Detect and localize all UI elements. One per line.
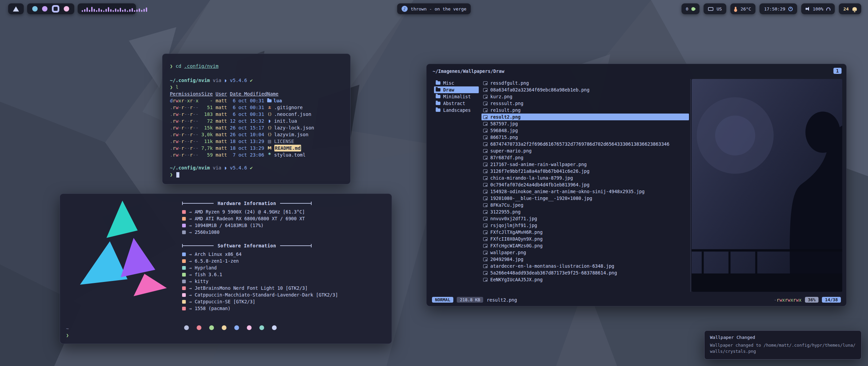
arrow-icon — [189, 251, 192, 257]
file-row[interactable]: 68747470733a2f2f696d616765732d7769786d70… — [481, 141, 689, 147]
file-row[interactable]: 87r687df.png — [481, 154, 689, 161]
terminal-input-line[interactable]: ❯ — [170, 171, 343, 178]
tab-badge[interactable]: 1 — [833, 68, 842, 74]
file-row[interactable]: chica-mirando-la-luna-8799.jpg — [481, 175, 689, 181]
check-icon: ✔ — [250, 78, 253, 83]
workspace-icon[interactable] — [52, 5, 59, 13]
software-info-icon — [182, 307, 186, 310]
scroll-percent-badge: 36% — [805, 297, 819, 303]
visualizer-bar — [84, 9, 85, 12]
launcher-button[interactable] — [8, 3, 24, 14]
file-row[interactable]: 154928-odinokoe_anime-art-anime-okno-sin… — [481, 188, 689, 195]
user-value: matt — [216, 118, 227, 124]
notification-popup[interactable]: Wallpaper Changed Wallpaper changed to /… — [704, 330, 862, 360]
file-entry-row: .rw-r--r-- 59 matt 7 oct 23:06 stylua.to… — [170, 151, 343, 158]
file-manager-window[interactable]: ~/Imagenes/Wallpapers/Draw 1 Misc Draw M… — [426, 64, 847, 306]
keyboard-layout-module[interactable]: US — [704, 3, 726, 14]
file-row[interactable]: 217167-sad-anime-rain-wallpaper.png — [481, 161, 689, 168]
file-row[interactable]: 596848.jpg — [481, 127, 689, 134]
file-row[interactable]: 20492984.jpg — [481, 256, 689, 263]
music-player-module[interactable]: thrown - on the verge — [397, 3, 471, 14]
file-row[interactable]: 0c794faf07de24a4db4d4fb1eb813964.jpg — [481, 181, 689, 188]
file-row[interactable]: 8FKa7Cu.jpeg — [481, 202, 689, 208]
directory-row[interactable]: Misc — [434, 80, 479, 86]
file-row[interactable]: ressdfgult.png — [481, 80, 689, 86]
workspace-icon[interactable] — [42, 6, 47, 12]
top-bar: thrown - on the verge 0 US 26°C 17:50:29… — [0, 3, 868, 16]
file-row[interactable]: nnvuv0xj2df71.jpg — [481, 215, 689, 222]
volume-module[interactable]: 100% — [801, 3, 835, 14]
file-row[interactable]: 19201080-__blue-tinge__-1920×1080.jpg — [481, 195, 689, 202]
file-row[interactable]: resssult.png — [481, 100, 689, 107]
workspace-icon[interactable] — [32, 6, 38, 12]
size-value: 11k — [201, 138, 213, 145]
file-row[interactable]: 3126f7e9bbf21a8a4af0b67b041c6e26.jpg — [481, 168, 689, 175]
size-value: 7,7k — [201, 145, 213, 151]
file-row[interactable]: FXfcJlTXgAMvH6R.png — [481, 229, 689, 236]
file-row[interactable]: super-mario.png — [481, 147, 689, 154]
file-entry-row: .rw-r--r-- 51 matt 6 oct 00:31 .gitignor… — [170, 104, 343, 111]
file-row[interactable]: 3122955.png — [481, 208, 689, 215]
file-row[interactable]: kurz.png — [481, 93, 689, 100]
image-file-icon — [483, 264, 488, 268]
fetch-shell-prompt[interactable]: ~ ❯ — [66, 325, 69, 339]
file-name: 68747470733a2f2f696d616765732d7769786d70… — [490, 141, 669, 147]
file-row[interactable]: re1sult.png — [481, 107, 689, 114]
image-file-icon — [483, 230, 488, 234]
file-row[interactable]: 08a634fa02a32364f69ebc86a98eb1eb.png — [481, 86, 689, 93]
directory-name: Misc — [443, 80, 454, 86]
directory-row[interactable]: Minimalist — [434, 93, 479, 100]
file-name: wallpaper.png — [490, 250, 526, 255]
name-cell: stylua.toml — [267, 151, 343, 158]
visualizer-bar — [115, 8, 116, 12]
file-row[interactable]: FXfcHgcWIAMzs0G.png — [481, 242, 689, 249]
temperature-module[interactable]: 26°C — [730, 3, 755, 14]
file-name: stylua.toml — [274, 151, 306, 158]
name-cell: .gitignore — [267, 104, 343, 111]
clock-module[interactable]: 17:50:29 — [760, 3, 797, 14]
visualizer-bar — [146, 7, 147, 12]
file-row[interactable]: result2.png — [481, 114, 689, 120]
folder-icon — [436, 102, 440, 105]
info-line: 1558 (pacman) — [182, 305, 382, 312]
file-entry-row: .rw-r--r-- 7,7k matt 18 oct 13:29 README… — [170, 145, 343, 151]
info-line: kitty — [182, 278, 382, 285]
thermometer-icon — [735, 7, 736, 11]
lua-moon-icon: ◗ — [224, 165, 227, 170]
palette-color-dot — [184, 325, 189, 330]
name-cell: lua — [267, 97, 343, 104]
file-row[interactable]: 587597.jpg — [481, 120, 689, 127]
file-row[interactable]: EeNKYgIUcAAJ5JX.png — [481, 276, 689, 283]
file-row[interactable]: FXfcII0X0AQyn9X.png — [481, 236, 689, 242]
file-row[interactable]: rsjqojlmjhf91.jpg — [481, 222, 689, 229]
software-info-icon — [182, 273, 186, 277]
file-name: 5a266e448add93deab367d87173e9f25-6837886… — [490, 270, 617, 276]
file-row[interactable]: wallpaper.png — [481, 249, 689, 256]
info-value: JetBrainsMono Nerd Font Light 10 [GTK2/3… — [195, 285, 308, 291]
arrow-icon — [189, 229, 192, 235]
workspace-icon[interactable] — [64, 6, 69, 12]
updates-module[interactable]: 0 — [682, 3, 700, 14]
file-entry-row: .rw-r--r-- 183 matt 6 oct 00:31 .neoconf… — [170, 111, 343, 118]
notifications-module[interactable]: 24 — [839, 3, 861, 14]
file-row[interactable]: atardecer-en-la-montanas-ilustracion-634… — [481, 263, 689, 269]
info-line: Catppuccin-SE [GTK2/3] — [182, 298, 382, 305]
file-name: 20492984.jpg — [490, 257, 524, 262]
file-row[interactable]: 5a266e448add93deab367d87173e9f25-6837886… — [481, 269, 689, 276]
command-text: cd — [176, 63, 181, 69]
terminal-window[interactable]: ❯ cd .config/nvim ~/.config/nvim via ◗ v… — [162, 54, 351, 184]
visualizer-bars — [82, 6, 132, 12]
user-value: matt — [216, 124, 227, 131]
image-file-icon — [483, 258, 488, 261]
directory-row[interactable]: Abstract — [434, 100, 479, 107]
file-row[interactable]: 866715.png — [481, 134, 689, 141]
name-cell: .neoconf.json — [267, 111, 343, 118]
user-value: matt — [216, 138, 227, 145]
directory-row[interactable]: Draw — [434, 86, 479, 93]
date-value: 26 oct 10:04 — [230, 131, 264, 138]
info-line: fish 3.6.1 — [182, 271, 382, 278]
image-file-icon — [483, 115, 488, 119]
directory-row[interactable]: Landscapes — [434, 107, 479, 114]
fetch-window[interactable]: Hardware Information AMD Ryzen 9 5900X (… — [60, 194, 392, 344]
info-value: fish 3.6.1 — [195, 272, 222, 277]
